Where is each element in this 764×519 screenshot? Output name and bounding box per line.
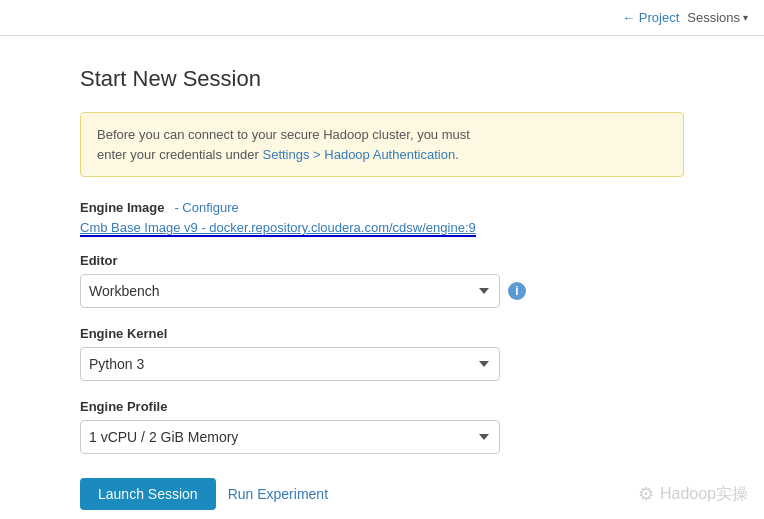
editor-info-icon[interactable]: i	[508, 282, 526, 300]
engine-image-label: Engine Image	[80, 200, 165, 215]
kernel-select-wrapper: Python 3 Python 2 R Scala	[80, 347, 684, 381]
kernel-section: Engine Kernel Python 3 Python 2 R Scala	[80, 326, 684, 381]
profile-select-wrapper: 1 vCPU / 2 GiB Memory 2 vCPU / 4 GiB Mem…	[80, 420, 684, 454]
editor-select-wrapper: Workbench JupyterLab RStudio i	[80, 274, 684, 308]
watermark: ⚙ Hadoop实操	[638, 483, 748, 505]
settings-hadoop-link[interactable]: Settings > Hadoop Authentication	[263, 147, 456, 162]
warning-box: Before you can connect to your secure Ha…	[80, 112, 684, 177]
kernel-select[interactable]: Python 3 Python 2 R Scala	[80, 347, 500, 381]
page-title: Start New Session	[80, 66, 684, 92]
editor-label: Editor	[80, 253, 684, 268]
engine-image-section: Engine Image - Configure Cmb Base Image …	[80, 199, 684, 235]
kernel-label: Engine Kernel	[80, 326, 684, 341]
launch-session-button[interactable]: Launch Session	[80, 478, 216, 510]
editor-select[interactable]: Workbench JupyterLab RStudio	[80, 274, 500, 308]
run-experiment-button[interactable]: Run Experiment	[228, 478, 328, 510]
configure-link[interactable]: - Configure	[174, 200, 238, 215]
sessions-caret-icon: ▾	[743, 12, 748, 23]
sessions-dropdown[interactable]: Sessions ▾	[687, 10, 748, 25]
profile-label: Engine Profile	[80, 399, 684, 414]
profile-section: Engine Profile 1 vCPU / 2 GiB Memory 2 v…	[80, 399, 684, 454]
back-to-project-link[interactable]: ← Project	[622, 10, 679, 25]
sessions-label: Sessions	[687, 10, 740, 25]
engine-image-value: Cmb Base Image v9 - docker.repository.cl…	[80, 220, 476, 235]
watermark-icon: ⚙	[638, 483, 654, 505]
main-content: Start New Session Before you can connect…	[0, 36, 764, 519]
warning-text-1: Before you can connect to your secure Ha…	[97, 127, 470, 142]
editor-section: Editor Workbench JupyterLab RStudio i	[80, 253, 684, 308]
watermark-text: Hadoop实操	[660, 484, 748, 505]
warning-text-3: .	[455, 147, 459, 162]
top-nav: ← Project Sessions ▾	[0, 0, 764, 36]
warning-text-2: enter your credentials under	[97, 147, 259, 162]
action-buttons: Launch Session Run Experiment	[80, 478, 684, 510]
profile-select[interactable]: 1 vCPU / 2 GiB Memory 2 vCPU / 4 GiB Mem…	[80, 420, 500, 454]
